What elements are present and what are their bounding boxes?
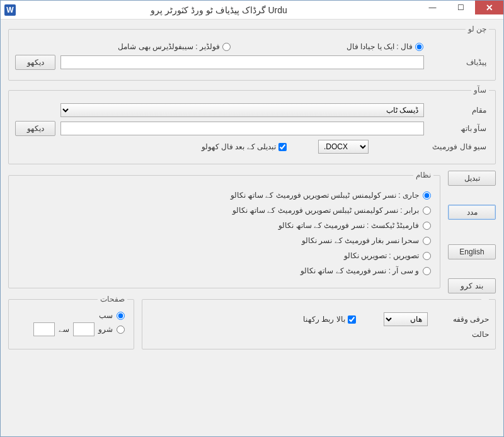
mode-opt4[interactable]: سحرا نسر بغار فورمیٹ کے نسر نکالو bbox=[15, 236, 433, 245]
help-button[interactable]: مدد bbox=[448, 205, 496, 220]
charspace-select[interactable]: هاں bbox=[384, 312, 428, 326]
mode-opt1-label: جاری : نسر کولیمنس ٹیبلس تصویریں فورمیٹ … bbox=[231, 191, 419, 200]
source-file-radio[interactable]: فال : ایک یا جیادا فال bbox=[346, 42, 426, 51]
misc-section: - حرفی وقفه هاں بالا ربط رکھنا حالت bbox=[142, 295, 496, 349]
mode-opt1-radio[interactable] bbox=[423, 191, 431, 200]
status-label: حالت bbox=[472, 330, 489, 339]
pages-all-label: سب bbox=[99, 311, 113, 320]
mode-opt4-label: سحرا نسر بغار فورمیٹ کے نسر نکالو bbox=[302, 236, 419, 245]
location-label: مقام bbox=[429, 106, 489, 115]
pages-from-label: شرو bbox=[98, 325, 113, 334]
mode-opt3-radio[interactable] bbox=[423, 222, 431, 230]
source-file-label: فال : ایک یا جیادا فال bbox=[346, 42, 413, 51]
pages-all-radio[interactable] bbox=[117, 312, 125, 320]
mode-opt2-label: برابر : نسر کولیمنس ٹیبلس تصویریں فورمیٹ… bbox=[232, 206, 419, 215]
charspace-label: حرفی وقفه bbox=[453, 315, 489, 324]
mode-opt5[interactable]: تصویریں : تصویریں نکالو bbox=[15, 251, 433, 260]
pages-range-radio[interactable] bbox=[117, 326, 125, 334]
pages-all[interactable]: سب bbox=[15, 311, 127, 320]
save-path-input[interactable] bbox=[60, 122, 424, 135]
language-button[interactable]: English bbox=[448, 244, 496, 259]
window-controls: — ☐ ✕ bbox=[418, 1, 503, 19]
browse-save-button[interactable]: دیکھو bbox=[15, 121, 55, 136]
source-folder-radio[interactable]: فولڈیر : سیبفولڈیرس بھی شامل bbox=[118, 42, 233, 51]
mode-opt2[interactable]: برابر : نسر کولیمنس ٹیبلس تصویریں فورمیٹ… bbox=[15, 206, 433, 215]
hyperlink-text: بالا ربط رکھنا bbox=[303, 315, 345, 324]
app-window: W گرڈاک پیڈیاف ٹو ورڈ کنَورٹر پرو Urdu —… bbox=[0, 0, 504, 437]
mode-legend: نظام bbox=[413, 171, 433, 179]
pages-to-label: سے bbox=[59, 325, 69, 334]
mode-opt6[interactable]: و سی آر : نسر فورمیٹ کے ساتھ نکالو bbox=[15, 266, 433, 275]
hyperlink-checkbox-label[interactable]: بالا ربط رکھنا bbox=[303, 315, 358, 324]
titlebar: W گرڈاک پیڈیاف ٹو ورڈ کنَورٹر پرو Urdu —… bbox=[1, 1, 503, 20]
source-file-radio-input[interactable] bbox=[415, 43, 423, 51]
load-section: چن لو فال : ایک یا جیادا فال فولڈیر : سی… bbox=[8, 25, 496, 81]
format-label: سیو فال فورمیٹ bbox=[429, 142, 489, 151]
pdf-path-input[interactable] bbox=[60, 55, 424, 69]
mode-opt3-label: فارمیٹڈ ٹیکسٹ : نسر فورمیٹ کے ساتھ نکالو bbox=[278, 221, 419, 230]
close-button[interactable]: بند کرو bbox=[448, 278, 496, 293]
pages-section: صفحات سب شرو سے bbox=[8, 295, 134, 349]
mode-opt1[interactable]: جاری : نسر کولیمنس ٹیبلس تصویریں فورمیٹ … bbox=[15, 191, 433, 200]
bottom-row: صفحات سب شرو سے - حرفی وقفه bbox=[8, 293, 496, 355]
pages-legend: صفحات bbox=[98, 295, 127, 304]
mode-row: نظام جاری : نسر کولیمنس ٹیبلس تصویریں فو… bbox=[8, 169, 496, 293]
mode-opt4-radio[interactable] bbox=[423, 237, 431, 245]
open-after-text: تبدیلی کے بعد فال کھولو bbox=[202, 142, 276, 151]
mode-section: نظام جاری : نسر کولیمنس ٹیبلس تصویریں فو… bbox=[8, 171, 440, 288]
titlebar-left: W bbox=[1, 4, 20, 16]
source-folder-label: فولڈیر : سیبفولڈیرس بھی شامل bbox=[118, 42, 220, 51]
app-icon: W bbox=[4, 4, 16, 16]
pages-to-input[interactable] bbox=[33, 322, 55, 336]
mode-opt5-radio[interactable] bbox=[423, 252, 431, 260]
pdf-label: پیڈیاف bbox=[429, 58, 489, 67]
minimize-button[interactable]: — bbox=[418, 1, 447, 14]
close-window-button[interactable]: ✕ bbox=[475, 1, 503, 14]
open-after-checkbox[interactable] bbox=[278, 143, 287, 151]
maximize-button[interactable]: ☐ bbox=[447, 1, 475, 14]
pages-from-input[interactable] bbox=[73, 322, 94, 336]
location-select[interactable]: ڈیسک ٹاب bbox=[60, 103, 424, 117]
load-legend: چن لو bbox=[466, 25, 489, 33]
browse-pdf-button[interactable]: دیکھو bbox=[15, 55, 55, 70]
mode-opt5-label: تصویریں : تصویریں نکالو bbox=[344, 251, 419, 260]
mode-opt6-label: و سی آر : نسر فورمیٹ کے ساتھ نکالو bbox=[301, 266, 419, 275]
content-area: چن لو فال : ایک یا جیادا فال فولڈیر : سی… bbox=[1, 20, 503, 358]
mode-opt3[interactable]: فارمیٹڈ ٹیکسٹ : نسر فورمیٹ کے ساتھ نکالو bbox=[15, 221, 433, 230]
mode-opt2-radio[interactable] bbox=[423, 207, 431, 215]
window-title: گرڈاک پیڈیاف ٹو ورڈ کنَورٹر پرو Urdu bbox=[20, 5, 418, 15]
side-buttons: تبدیل مدد English بند کرو bbox=[448, 169, 496, 293]
save-section: سآو مقام ڈیسک ٹاب سآو باتھ دیکھو سیو فال… bbox=[8, 86, 496, 164]
mode-opt6-radio[interactable] bbox=[423, 267, 431, 275]
open-after-checkbox-label[interactable]: تبدیلی کے بعد فال کھولو bbox=[202, 142, 289, 151]
format-select[interactable]: .DOCX bbox=[318, 140, 369, 154]
save-path-label: سآو باتھ bbox=[429, 124, 489, 133]
convert-button[interactable]: تبدیل bbox=[448, 171, 496, 186]
source-folder-radio-input[interactable] bbox=[222, 43, 231, 51]
hyperlink-checkbox[interactable] bbox=[348, 315, 356, 324]
save-legend: سآو bbox=[471, 86, 489, 94]
pages-range[interactable]: شرو سے bbox=[15, 322, 127, 336]
